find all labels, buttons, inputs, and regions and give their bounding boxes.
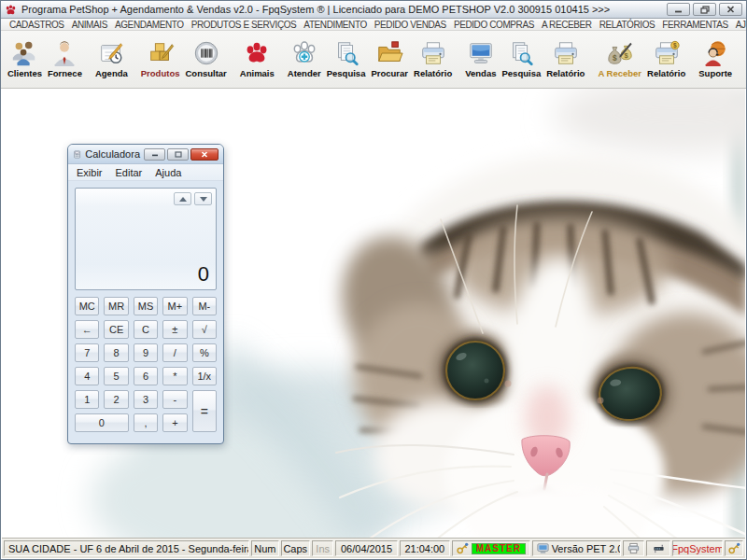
menu-animais[interactable]: ANIMAIS xyxy=(68,19,111,31)
menu-a-receber[interactable]: A RECEBER xyxy=(538,19,596,31)
key-0[interactable]: 0 xyxy=(75,413,129,432)
close-button[interactable] xyxy=(719,3,742,16)
status-num: Num xyxy=(251,540,278,556)
key-2[interactable]: 2 xyxy=(104,390,128,409)
key-ce[interactable]: CE xyxy=(104,320,128,339)
key-mminus[interactable]: M- xyxy=(192,297,217,315)
toolbar-procurar-button[interactable]: Procurar xyxy=(368,37,411,81)
paw-icon xyxy=(243,39,271,67)
key-c[interactable]: C xyxy=(134,320,158,339)
key-minus[interactable]: - xyxy=(162,390,187,409)
calculator-titlebar: Calculadora xyxy=(68,145,223,164)
key-sqrt[interactable]: √ xyxy=(192,320,217,339)
toolbar-exit-button[interactable]: EXIT xyxy=(742,42,747,77)
toolbar-atender-button[interactable]: Atender xyxy=(285,37,324,81)
toolbar-a-receber-button[interactable]: $$ A Receber xyxy=(595,37,644,81)
history-up-button[interactable] xyxy=(174,192,191,205)
key-plus[interactable]: + xyxy=(162,413,187,432)
toolbar-label: Procurar xyxy=(371,68,408,78)
menu-ferramentas[interactable]: FERRAMENTAS xyxy=(658,19,731,31)
history-down-button[interactable] xyxy=(194,192,212,205)
menu-relatorios[interactable]: RELATÓRIOS xyxy=(596,19,659,31)
network-icon xyxy=(653,542,665,554)
calc-menu-ajuda[interactable]: Ajuda xyxy=(149,167,187,178)
toolbar-label: Produtos xyxy=(141,68,180,78)
key-reciprocal[interactable]: 1/x xyxy=(192,367,217,385)
menu-pedido-compras[interactable]: PEDIDO COMPRAS xyxy=(450,19,538,31)
calc-maximize-button[interactable] xyxy=(167,148,189,161)
barcode-icon xyxy=(192,39,220,67)
menu-cadastros[interactable]: CADASTROS xyxy=(6,19,68,31)
calculator-keypad: MC MR MS M+ M- ← CE C ± √ 7 8 9 / % 4 5 xyxy=(75,297,217,432)
key-mc[interactable]: MC xyxy=(75,297,99,315)
insert-indicator: Ins xyxy=(316,543,330,554)
status-user: MASTER xyxy=(452,540,530,556)
support-icon xyxy=(701,39,729,67)
key-comma[interactable]: , xyxy=(134,413,158,432)
user-badge: MASTER xyxy=(472,543,526,554)
toolbar-label: Suporte xyxy=(698,68,732,78)
toolbar-label: Relatório xyxy=(647,68,685,78)
menu-atendimento[interactable]: ATENDIMENTO xyxy=(300,19,370,31)
key-6[interactable]: 6 xyxy=(134,367,158,385)
key-ms[interactable]: MS xyxy=(134,297,158,315)
calc-close-button[interactable] xyxy=(190,148,218,161)
toolbar-relatorio-vendas-button[interactable]: Relatório xyxy=(543,37,587,81)
toolbar-pesquisa-vendas-button[interactable]: Pesquisa xyxy=(500,37,544,81)
toolbar-label: Clientes xyxy=(7,68,42,78)
key-percent[interactable]: % xyxy=(192,343,217,362)
printer-icon xyxy=(419,39,447,67)
toolbar-animais-button[interactable]: Animais xyxy=(237,37,277,81)
key-mr[interactable]: MR xyxy=(104,297,128,315)
search-docs-icon xyxy=(332,39,360,67)
menu-agendamento[interactable]: AGENDAMENTO xyxy=(111,19,188,31)
calculator-title: Calculadora xyxy=(85,148,140,160)
menu-pedido-vendas[interactable]: PEDIDO VENDAS xyxy=(371,19,450,31)
titlebar: Programa PetShop + Agendamento & Vendas … xyxy=(1,1,746,19)
toolbar-agenda-button[interactable]: Agenda xyxy=(92,37,131,81)
toolbar-suporte-button[interactable]: Suporte xyxy=(696,37,735,81)
menu-produtos-servicos[interactable]: PRODUTOS E SERVIÇOS xyxy=(188,19,301,31)
monitor-icon xyxy=(537,542,549,554)
toolbar-consultar-button[interactable]: Consultar xyxy=(182,37,229,81)
toolbar-clientes-button[interactable]: Clientes xyxy=(5,37,45,81)
menu-ajuda[interactable]: AJUDA xyxy=(732,19,746,31)
toolbar-relatorio-receber-button[interactable]: $ Relatório xyxy=(644,37,688,81)
app-window: Programa PetShop + Agendamento & Vendas … xyxy=(0,0,747,560)
toolbar-label: Vendas xyxy=(465,68,496,78)
toolbar-fornecedor-button[interactable]: Fornece xyxy=(45,37,85,81)
calc-menu-exibir[interactable]: Exibir xyxy=(71,167,108,178)
toolbar-produtos-button[interactable]: Produtos xyxy=(138,37,183,81)
toolbar-relatorio-atendimento-button[interactable]: Relatório xyxy=(411,37,455,81)
key-8[interactable]: 8 xyxy=(104,343,128,362)
key-multiply[interactable]: * xyxy=(162,367,187,385)
toolbar-label: Agenda xyxy=(95,68,128,78)
key-3[interactable]: 3 xyxy=(134,390,158,409)
key-4[interactable]: 4 xyxy=(75,367,99,385)
status-caps: Caps xyxy=(281,540,310,556)
key-equals[interactable]: = xyxy=(192,390,217,432)
calc-minimize-button[interactable] xyxy=(144,148,165,161)
toolbar-label: Fornece xyxy=(48,68,82,78)
time-value: 21:04:00 xyxy=(404,543,444,554)
clients-icon xyxy=(10,39,38,67)
minimize-button[interactable] xyxy=(667,3,690,16)
toolbar-label: A Receber xyxy=(598,68,641,78)
toolbar-pesquisa-atendimento-button[interactable]: Pesquisa xyxy=(324,37,369,81)
status-network xyxy=(646,540,669,556)
key-9[interactable]: 9 xyxy=(134,343,158,362)
key-7[interactable]: 7 xyxy=(75,343,99,362)
toolbar-vendas-button[interactable]: Vendas xyxy=(462,37,499,81)
key-mplus[interactable]: M+ xyxy=(162,297,187,315)
calculator-icon xyxy=(73,148,81,161)
key-backspace[interactable]: ← xyxy=(75,320,99,339)
key-5[interactable]: 5 xyxy=(104,367,128,385)
restore-button[interactable] xyxy=(693,3,716,16)
calc-menu-editar[interactable]: Editar xyxy=(110,167,148,178)
status-time: 21:04:00 xyxy=(400,540,451,556)
triangle-up-icon xyxy=(179,197,187,202)
agenda-icon xyxy=(97,39,125,67)
key-plusminus[interactable]: ± xyxy=(162,320,187,339)
key-1[interactable]: 1 xyxy=(75,390,99,409)
key-divide[interactable]: / xyxy=(162,343,187,362)
